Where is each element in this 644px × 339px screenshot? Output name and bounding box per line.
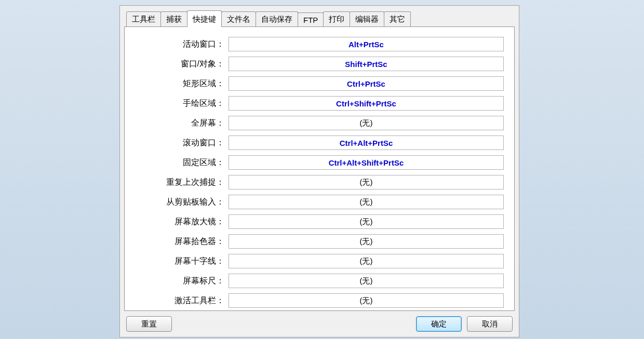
hotkey-row-ruler: 屏幕标尺： (无) — [135, 273, 504, 289]
hotkey-row-rect-region: 矩形区域： Ctrl+PrtSc — [135, 76, 504, 91]
hotkey-field-full-screen[interactable]: (无) — [229, 116, 504, 130]
hotkey-list: 活动窗口： Alt+PrtSc 窗口/对象： Shift+PrtSc 矩形区域：… — [135, 35, 504, 308]
reset-button[interactable]: 重置 — [126, 316, 172, 332]
hotkey-label: 矩形区域： — [135, 78, 229, 89]
hotkey-row-color-picker: 屏幕拾色器： (无) — [135, 234, 504, 249]
tab-filename[interactable]: 文件名 — [221, 11, 256, 26]
tabs-row: 工具栏 捕获 快捷键 文件名 自动保存 FTP 打印 编辑器 其它 — [126, 9, 515, 26]
tab-print[interactable]: 打印 — [323, 11, 350, 26]
hotkey-row-clipboard-input: 从剪贴板输入： (无) — [135, 194, 504, 210]
ok-button[interactable]: 确定 — [416, 316, 462, 332]
hotkey-row-repeat-last: 重复上次捕捉： (无) — [135, 174, 504, 190]
tab-capture[interactable]: 捕获 — [160, 11, 187, 26]
hotkey-field-ruler[interactable]: (无) — [229, 274, 504, 288]
hotkey-label: 全屏幕： — [135, 118, 229, 129]
hotkey-field-magnifier[interactable]: (无) — [229, 214, 504, 229]
tab-ftp[interactable]: FTP — [298, 12, 324, 26]
hotkey-label: 屏幕十字线： — [135, 256, 229, 267]
hotkey-label: 激活工具栏： — [135, 295, 229, 306]
hotkey-field-fixed-region[interactable]: Ctrl+Alt+Shift+PrtSc — [229, 155, 504, 170]
tab-other[interactable]: 其它 — [384, 11, 411, 26]
hotkey-label: 固定区域： — [135, 157, 229, 168]
hotkey-field-rect-region[interactable]: Ctrl+PrtSc — [229, 76, 504, 91]
hotkey-row-fixed-region: 固定区域： Ctrl+Alt+Shift+PrtSc — [135, 155, 504, 170]
hotkey-label: 屏幕拾色器： — [135, 236, 229, 247]
hotkey-field-freehand-region[interactable]: Ctrl+Shift+PrtSc — [229, 96, 504, 111]
hotkey-row-magnifier: 屏幕放大镜： (无) — [135, 214, 504, 229]
hotkey-label: 手绘区域： — [135, 98, 229, 109]
hotkey-label: 窗口/对象： — [135, 59, 229, 70]
hotkey-label: 滚动窗口： — [135, 138, 229, 148]
hotkey-field-active-window[interactable]: Alt+PrtSc — [229, 37, 504, 51]
hotkey-field-clipboard-input[interactable]: (无) — [229, 195, 504, 209]
hotkey-field-repeat-last[interactable]: (无) — [229, 175, 504, 189]
tab-toolbar[interactable]: 工具栏 — [126, 11, 161, 26]
hotkey-row-crosshair: 屏幕十字线： (无) — [135, 253, 504, 269]
hotkey-row-scroll-window: 滚动窗口： Ctrl+Alt+PrtSc — [135, 135, 504, 151]
hotkey-label: 活动窗口： — [135, 39, 229, 50]
hotkey-field-window-object[interactable]: Shift+PrtSc — [229, 57, 504, 71]
hotkey-row-window-object: 窗口/对象： Shift+PrtSc — [135, 56, 504, 72]
tab-editor[interactable]: 编辑器 — [350, 11, 384, 26]
hotkey-label: 重复上次捕捉： — [135, 177, 229, 188]
button-bar: 重置 确定 取消 — [124, 316, 515, 332]
cancel-button[interactable]: 取消 — [467, 316, 513, 332]
hotkey-field-crosshair[interactable]: (无) — [229, 254, 504, 268]
hotkey-label: 屏幕标尺： — [135, 276, 229, 287]
hotkey-label: 屏幕放大镜： — [135, 216, 229, 227]
settings-dialog: 工具栏 捕获 快捷键 文件名 自动保存 FTP 打印 编辑器 其它 活动窗口： … — [119, 5, 519, 337]
tab-hotkey[interactable]: 快捷键 — [187, 10, 222, 27]
hotkey-label: 从剪贴板输入： — [135, 197, 229, 208]
hotkey-field-toggle-toolbar[interactable]: (无) — [229, 293, 504, 308]
hotkey-row-freehand-region: 手绘区域： Ctrl+Shift+PrtSc — [135, 96, 504, 111]
hotkey-field-scroll-window[interactable]: Ctrl+Alt+PrtSc — [229, 135, 504, 150]
tab-autosave[interactable]: 自动保存 — [256, 11, 298, 26]
hotkey-row-active-window: 活动窗口： Alt+PrtSc — [135, 36, 504, 52]
hotkey-row-toggle-toolbar: 激活工具栏： (无) — [135, 293, 504, 308]
hotkey-row-full-screen: 全屏幕： (无) — [135, 115, 504, 131]
hotkey-panel: 活动窗口： Alt+PrtSc 窗口/对象： Shift+PrtSc 矩形区域：… — [124, 26, 515, 311]
hotkey-field-color-picker[interactable]: (无) — [229, 234, 504, 249]
